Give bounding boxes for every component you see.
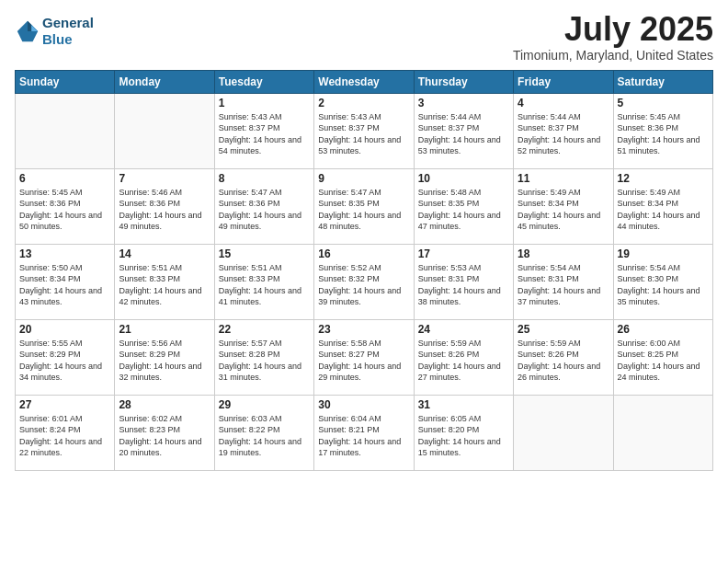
calendar-cell [514, 395, 613, 470]
day-number: 28 [119, 398, 210, 411]
calendar-cell [613, 395, 712, 470]
day-number: 8 [219, 172, 310, 185]
calendar-cell: 11 Sunrise: 5:49 AMSunset: 8:34 PMDaylig… [514, 168, 613, 244]
day-info: Sunrise: 5:51 AMSunset: 8:33 PMDaylight:… [119, 262, 210, 308]
day-info: Sunrise: 5:54 AMSunset: 8:30 PMDaylight:… [618, 262, 709, 308]
day-number: 20 [19, 323, 110, 336]
day-number: 12 [618, 172, 709, 185]
day-info: Sunrise: 5:43 AMSunset: 8:37 PMDaylight:… [219, 111, 310, 157]
day-info: Sunrise: 6:00 AMSunset: 8:25 PMDaylight:… [618, 338, 709, 384]
day-number: 7 [119, 172, 210, 185]
day-info: Sunrise: 5:57 AMSunset: 8:28 PMDaylight:… [219, 338, 310, 384]
calendar-cell: 10 Sunrise: 5:48 AMSunset: 8:35 PMDaylig… [414, 168, 513, 244]
day-info: Sunrise: 5:59 AMSunset: 8:26 PMDaylight:… [418, 338, 509, 384]
calendar-cell: 20 Sunrise: 5:55 AMSunset: 8:29 PMDaylig… [16, 319, 115, 395]
calendar: SundayMondayTuesdayWednesdayThursdayFrid… [15, 70, 713, 471]
calendar-day-header: Monday [115, 70, 214, 93]
calendar-cell: 3 Sunrise: 5:44 AMSunset: 8:37 PMDayligh… [414, 93, 513, 168]
day-number: 18 [518, 247, 609, 260]
day-info: Sunrise: 5:47 AMSunset: 8:36 PMDaylight:… [219, 187, 310, 233]
day-number: 27 [19, 398, 110, 411]
day-number: 31 [418, 398, 509, 411]
calendar-cell: 28 Sunrise: 6:02 AMSunset: 8:23 PMDaylig… [115, 395, 214, 470]
day-info: Sunrise: 5:54 AMSunset: 8:31 PMDaylight:… [518, 262, 609, 308]
calendar-day-header: Thursday [414, 70, 513, 93]
calendar-cell: 12 Sunrise: 5:49 AMSunset: 8:34 PMDaylig… [613, 168, 712, 244]
day-number: 13 [19, 247, 110, 260]
day-info: Sunrise: 5:51 AMSunset: 8:33 PMDaylight:… [219, 262, 310, 308]
page: General Blue July 2025 Timonium, Marylan… [0, 0, 728, 563]
day-number: 19 [618, 247, 709, 260]
calendar-day-header: Wednesday [314, 70, 414, 93]
location: Timonium, Maryland, United States [513, 48, 713, 63]
calendar-cell: 6 Sunrise: 5:45 AMSunset: 8:36 PMDayligh… [16, 168, 115, 244]
logo-icon [15, 18, 40, 44]
svg-marker-2 [31, 25, 38, 31]
day-number: 14 [119, 247, 210, 260]
calendar-cell: 1 Sunrise: 5:43 AMSunset: 8:37 PMDayligh… [214, 93, 313, 168]
calendar-cell: 8 Sunrise: 5:47 AMSunset: 8:36 PMDayligh… [214, 168, 313, 244]
day-info: Sunrise: 6:02 AMSunset: 8:23 PMDaylight:… [119, 413, 210, 459]
day-info: Sunrise: 5:44 AMSunset: 8:37 PMDaylight:… [418, 111, 509, 157]
day-number: 4 [518, 97, 609, 109]
month-title: July 2025 [513, 11, 713, 48]
calendar-cell: 19 Sunrise: 5:54 AMSunset: 8:30 PMDaylig… [613, 244, 712, 319]
calendar-day-header: Tuesday [214, 70, 313, 93]
calendar-cell: 18 Sunrise: 5:54 AMSunset: 8:31 PMDaylig… [514, 244, 613, 319]
calendar-cell: 27 Sunrise: 6:01 AMSunset: 8:24 PMDaylig… [16, 395, 115, 470]
day-info: Sunrise: 5:47 AMSunset: 8:35 PMDaylight:… [318, 187, 409, 233]
calendar-cell [115, 93, 214, 168]
day-number: 23 [318, 323, 409, 336]
calendar-cell: 15 Sunrise: 5:51 AMSunset: 8:33 PMDaylig… [214, 244, 313, 319]
day-number: 3 [418, 97, 509, 109]
calendar-cell: 4 Sunrise: 5:44 AMSunset: 8:37 PMDayligh… [514, 93, 613, 168]
calendar-cell: 25 Sunrise: 5:59 AMSunset: 8:26 PMDaylig… [514, 319, 613, 395]
calendar-row: 27 Sunrise: 6:01 AMSunset: 8:24 PMDaylig… [16, 395, 713, 470]
day-info: Sunrise: 5:56 AMSunset: 8:29 PMDaylight:… [119, 338, 210, 384]
day-info: Sunrise: 5:52 AMSunset: 8:32 PMDaylight:… [318, 262, 409, 308]
day-info: Sunrise: 5:44 AMSunset: 8:37 PMDaylight:… [518, 111, 609, 157]
day-info: Sunrise: 5:43 AMSunset: 8:37 PMDaylight:… [318, 111, 409, 157]
day-number: 6 [19, 172, 110, 185]
logo-text: General Blue [42, 15, 94, 48]
day-number: 16 [318, 247, 409, 260]
calendar-row: 13 Sunrise: 5:50 AMSunset: 8:34 PMDaylig… [16, 244, 713, 319]
calendar-cell: 2 Sunrise: 5:43 AMSunset: 8:37 PMDayligh… [314, 93, 414, 168]
calendar-cell: 14 Sunrise: 5:51 AMSunset: 8:33 PMDaylig… [115, 244, 214, 319]
calendar-cell: 21 Sunrise: 5:56 AMSunset: 8:29 PMDaylig… [115, 319, 214, 395]
day-info: Sunrise: 5:46 AMSunset: 8:36 PMDaylight:… [119, 187, 210, 233]
day-number: 25 [518, 323, 609, 336]
calendar-cell: 24 Sunrise: 5:59 AMSunset: 8:26 PMDaylig… [414, 319, 513, 395]
calendar-cell: 7 Sunrise: 5:46 AMSunset: 8:36 PMDayligh… [115, 168, 214, 244]
day-info: Sunrise: 5:45 AMSunset: 8:36 PMDaylight:… [19, 187, 110, 233]
day-number: 9 [318, 172, 409, 185]
calendar-day-header: Friday [514, 70, 613, 93]
calendar-cell: 30 Sunrise: 6:04 AMSunset: 8:21 PMDaylig… [314, 395, 414, 470]
day-number: 11 [518, 172, 609, 185]
title-block: July 2025 Timonium, Maryland, United Sta… [513, 11, 713, 63]
day-info: Sunrise: 5:49 AMSunset: 8:34 PMDaylight:… [518, 187, 609, 233]
day-number: 26 [618, 323, 709, 336]
calendar-day-header: Saturday [613, 70, 712, 93]
day-number: 10 [418, 172, 509, 185]
calendar-row: 1 Sunrise: 5:43 AMSunset: 8:37 PMDayligh… [16, 93, 713, 168]
day-info: Sunrise: 6:05 AMSunset: 8:20 PMDaylight:… [418, 413, 509, 459]
day-info: Sunrise: 5:58 AMSunset: 8:27 PMDaylight:… [318, 338, 409, 384]
day-info: Sunrise: 5:50 AMSunset: 8:34 PMDaylight:… [19, 262, 110, 308]
day-number: 30 [318, 398, 409, 411]
calendar-cell: 26 Sunrise: 6:00 AMSunset: 8:25 PMDaylig… [613, 319, 712, 395]
calendar-cell: 31 Sunrise: 6:05 AMSunset: 8:20 PMDaylig… [414, 395, 513, 470]
day-info: Sunrise: 5:55 AMSunset: 8:29 PMDaylight:… [19, 338, 110, 384]
day-number: 22 [219, 323, 310, 336]
day-number: 2 [318, 97, 409, 109]
calendar-header-row: SundayMondayTuesdayWednesdayThursdayFrid… [16, 70, 713, 93]
calendar-cell: 23 Sunrise: 5:58 AMSunset: 8:27 PMDaylig… [314, 319, 414, 395]
day-number: 21 [119, 323, 210, 336]
calendar-row: 6 Sunrise: 5:45 AMSunset: 8:36 PMDayligh… [16, 168, 713, 244]
day-number: 29 [219, 398, 310, 411]
calendar-day-header: Sunday [16, 70, 115, 93]
day-number: 24 [418, 323, 509, 336]
calendar-cell [16, 93, 115, 168]
header: General Blue July 2025 Timonium, Marylan… [15, 11, 713, 63]
calendar-cell: 13 Sunrise: 5:50 AMSunset: 8:34 PMDaylig… [16, 244, 115, 319]
